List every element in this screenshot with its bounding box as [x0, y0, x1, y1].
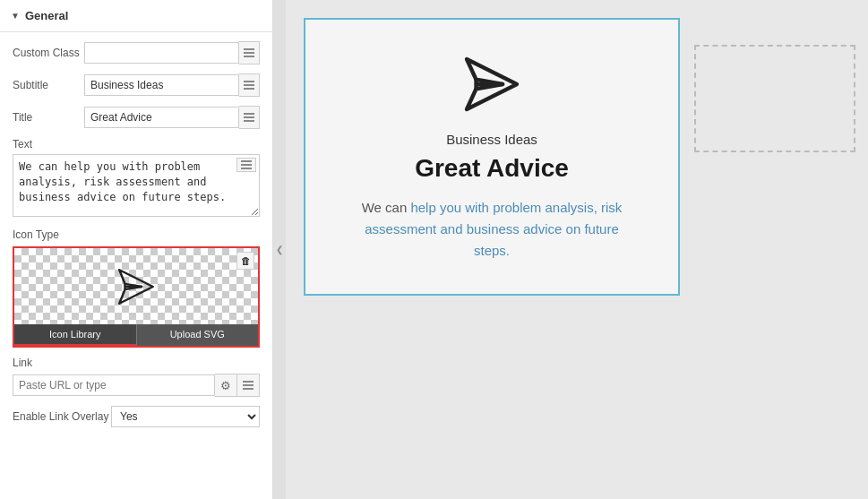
- hamburger-icon: [244, 113, 254, 122]
- icon-library-tab[interactable]: Icon Library: [14, 324, 137, 346]
- custom-class-input[interactable]: [84, 42, 239, 64]
- title-label: Title: [13, 111, 84, 124]
- text-textarea[interactable]: We can help you with problem analysis, r…: [13, 154, 260, 217]
- card-text: We can help you with problem analysis, r…: [348, 197, 635, 262]
- textarea-icon-btn[interactable]: [236, 158, 256, 172]
- text-section: Text We can help you with problem analys…: [13, 138, 260, 219]
- icon-tabs: Icon Library Upload SVG: [14, 324, 258, 346]
- preview-card[interactable]: Business Ideas Great Advice We can help …: [304, 18, 680, 296]
- section-header-general[interactable]: ▼ General: [0, 0, 272, 32]
- section-title: General: [25, 9, 68, 22]
- subtitle-input[interactable]: [84, 74, 239, 96]
- card-subtitle: Business Ideas: [446, 132, 537, 147]
- paper-plane-card-icon: [460, 53, 523, 116]
- icon-preview-box: 🗑 Icon Library Upload SVG: [13, 246, 260, 348]
- custom-class-label: Custom Class: [13, 47, 84, 59]
- text-label: Text: [13, 138, 260, 151]
- link-label: Link: [13, 357, 260, 369]
- icon-type-section: Icon Type 🗑 Icon Library Upload SVG: [13, 228, 260, 348]
- collapse-handle[interactable]: ❮: [273, 0, 286, 499]
- subtitle-icon-btn[interactable]: [239, 73, 260, 97]
- link-input[interactable]: [13, 374, 215, 396]
- left-panel: ▼ General Custom Class Subtitle: [0, 0, 273, 499]
- gear-icon: ⚙: [220, 379, 231, 392]
- enable-overlay-row: Enable Link Overlay Yes No: [13, 406, 260, 427]
- dashed-placeholder-box: [694, 45, 855, 152]
- chevron-down-icon: ▼: [11, 11, 20, 21]
- custom-class-input-wrap: [84, 41, 260, 65]
- chevron-left-icon: ❮: [276, 245, 283, 254]
- icon-type-label: Icon Type: [13, 228, 260, 241]
- form-body: Custom Class Subtitle: [0, 32, 272, 445]
- title-icon-btn[interactable]: [239, 106, 260, 129]
- subtitle-input-wrap: [84, 73, 260, 97]
- hamburger-icon: [244, 48, 254, 57]
- link-lines-btn[interactable]: [237, 374, 260, 397]
- hamburger-icon: [241, 160, 252, 169]
- custom-class-icon-btn[interactable]: [239, 41, 260, 65]
- enable-overlay-label: Enable Link Overlay: [13, 410, 111, 423]
- hamburger-icon: [244, 81, 254, 90]
- link-section: Link ⚙: [13, 357, 260, 397]
- title-row: Title: [13, 106, 260, 129]
- title-input[interactable]: [84, 107, 239, 128]
- title-input-wrap: [84, 106, 260, 129]
- upload-svg-tab[interactable]: Upload SVG: [137, 324, 259, 346]
- link-gear-btn[interactable]: ⚙: [215, 374, 237, 397]
- subtitle-label: Subtitle: [13, 79, 84, 91]
- text-area-wrap: We can help you with problem analysis, r…: [13, 154, 260, 219]
- card-title: Great Advice: [415, 154, 569, 183]
- card-text-normal-1: We can: [362, 200, 411, 215]
- enable-overlay-select[interactable]: Yes No: [111, 406, 260, 427]
- canvas-area: Business Ideas Great Advice We can help …: [286, 0, 868, 499]
- hamburger-icon: [243, 381, 254, 390]
- delete-icon-btn[interactable]: 🗑: [236, 252, 254, 270]
- subtitle-row: Subtitle: [13, 73, 260, 97]
- icon-preview-image: 🗑: [14, 248, 258, 324]
- trash-icon: 🗑: [241, 255, 251, 266]
- paper-plane-preview-icon: [114, 264, 159, 309]
- link-row: ⚙: [13, 374, 260, 397]
- custom-class-row: Custom Class: [13, 41, 260, 65]
